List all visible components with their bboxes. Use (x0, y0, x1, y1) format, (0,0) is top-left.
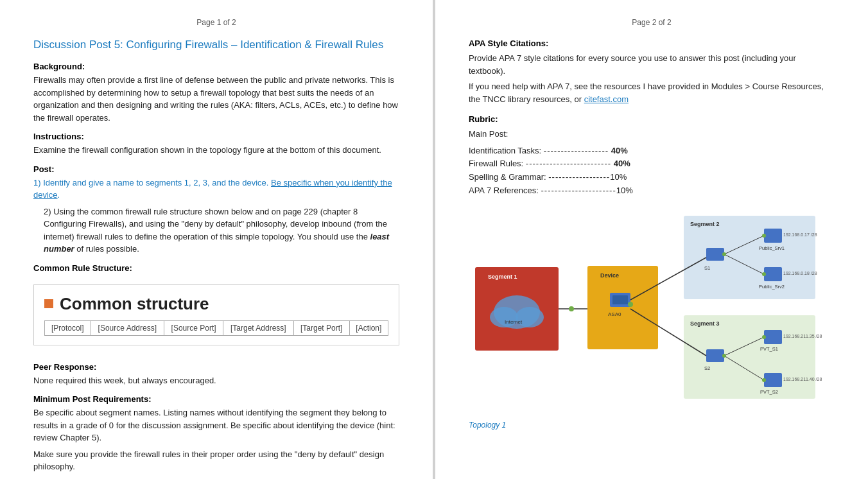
svg-rect-35 (764, 373, 782, 387)
rubric-row-1: Identification Tasks: ------------------… (469, 144, 835, 158)
rule-col-src-port: [Source Port] (164, 320, 223, 335)
svg-rect-13 (684, 216, 815, 299)
svg-rect-17 (764, 229, 782, 243)
pages-container: Page 1 of 2 Discussion Post 5: Configuri… (0, 0, 868, 479)
svg-rect-20 (764, 267, 782, 281)
svg-text:Segment 1: Segment 1 (488, 274, 517, 280)
post-item-2-text: 2) Using the common firewall rule struct… (44, 207, 389, 254)
svg-text:192.168.0.18 /28: 192.168.0.18 /28 (783, 271, 817, 275)
topology-svg: Segment 1 Internet Device ASA0 (469, 209, 828, 415)
background-label: Background: (33, 62, 399, 71)
min-post-text1: Be specific about segment names. Listing… (33, 406, 399, 444)
common-structure-box: Common structure [Protocol] [Source Addr… (33, 284, 399, 345)
rule-col-tgt-addr: [Target Address] (223, 320, 294, 335)
rubric-label: Rubric: (469, 114, 835, 124)
rule-table: [Protocol] [Source Address] [Source Port… (44, 320, 388, 336)
svg-rect-30 (706, 349, 724, 362)
svg-point-26 (762, 234, 766, 238)
svg-point-25 (722, 252, 726, 256)
svg-text:S2: S2 (704, 365, 710, 371)
svg-text:Device: Device (600, 272, 619, 279)
apa-text1: Provide APA 7 style citations for every … (469, 52, 835, 77)
svg-rect-15 (706, 248, 724, 261)
peer-label: Peer Response: (33, 362, 399, 372)
min-post-text2: Make sure you provide the firewall rules… (33, 448, 399, 473)
svg-point-41 (762, 335, 766, 339)
orange-square-icon (44, 299, 53, 308)
rule-table-row: [Protocol] [Source Address] [Source Port… (45, 320, 388, 335)
page-1-number: Page 1 of 2 (33, 18, 399, 27)
background-text: Firewalls may often provide a first line… (33, 74, 399, 124)
post-item-1-pre: 1) Identify and give a name to segments … (33, 178, 271, 187)
rubric-row-2: Firewall Rules: ------------------------… (469, 157, 835, 171)
rule-col-tgt-port: [Target Port] (293, 320, 349, 335)
apa-text2: If you need help with APA 7, see the res… (469, 80, 835, 105)
rubric-row-3: Spelling & Grammar: ------------------10… (469, 171, 835, 184)
apa-text2-link: citefast.com (584, 94, 629, 104)
svg-text:192.168.211.35 /28: 192.168.211.35 /28 (783, 334, 822, 338)
svg-point-27 (762, 272, 766, 276)
apa-section: APA Style Citations: Provide APA 7 style… (469, 39, 835, 105)
rule-col-protocol: [Protocol] (45, 320, 91, 335)
svg-text:Public_Srv1: Public_Srv1 (759, 245, 785, 251)
post-item-1-post: . (58, 190, 60, 200)
apa-label: APA Style Citations: (469, 39, 548, 48)
svg-text:Segment 3: Segment 3 (690, 320, 720, 327)
svg-text:S1: S1 (704, 265, 710, 271)
peer-text: None required this week, but always enco… (33, 374, 399, 387)
svg-text:PVT_S1: PVT_S1 (760, 346, 778, 352)
svg-text:Segment 2: Segment 2 (690, 221, 720, 227)
svg-point-45 (628, 302, 633, 307)
topology-caption: Topology 1 (469, 421, 828, 430)
common-structure-title: Common structure (60, 294, 209, 314)
svg-rect-6 (587, 266, 658, 349)
svg-rect-28 (684, 315, 815, 399)
svg-text:192.168.0.17 /28: 192.168.0.17 /28 (783, 232, 817, 237)
min-post-label: Minimum Post Requirements: (33, 394, 399, 404)
main-post-label: Main Post: (469, 128, 835, 141)
rule-col-src-addr: [Source Address] (91, 320, 164, 335)
rubric-row-4: APA 7 References: ----------------------… (469, 184, 835, 198)
svg-text:PVT_S2: PVT_S2 (760, 389, 778, 395)
common-rule-label: Common Rule Structure: (33, 263, 399, 273)
page-1: Page 1 of 2 Discussion Post 5: Configuri… (0, 0, 433, 479)
page-2-number: Page 2 of 2 (469, 18, 835, 27)
svg-text:192.168.211.40 /28: 192.168.211.40 /28 (783, 377, 822, 381)
svg-text:ASA0: ASA0 (608, 311, 621, 317)
instructions-label: Instructions: (33, 132, 399, 141)
svg-text:Internet: Internet (505, 319, 523, 325)
rubric-section: Rubric: Main Post: Identification Tasks:… (469, 114, 835, 198)
rule-col-action: [Action] (349, 320, 388, 335)
doc-title: Discussion Post 5: Configuring Firewalls… (33, 39, 399, 51)
svg-text:Public_Srv2: Public_Srv2 (759, 284, 785, 290)
topology-container: Segment 1 Internet Device ASA0 (469, 209, 828, 421)
svg-point-12 (569, 306, 574, 311)
instructions-text: Examine the firewall configuration shown… (33, 144, 399, 157)
page-2: Page 2 of 2 APA Style Citations: Provide… (435, 0, 868, 479)
post-item-2: 2) Using the common firewall rule struct… (33, 205, 399, 256)
svg-point-40 (722, 354, 726, 358)
apa-text2-pre: If you need help with APA 7, see the res… (469, 82, 824, 104)
svg-point-42 (762, 378, 766, 382)
common-structure-header: Common structure (44, 294, 388, 314)
svg-rect-9 (612, 295, 628, 304)
post-item-1: 1) Identify and give a name to segments … (33, 177, 399, 202)
svg-rect-32 (764, 330, 782, 344)
post-label: Post: (33, 164, 399, 174)
